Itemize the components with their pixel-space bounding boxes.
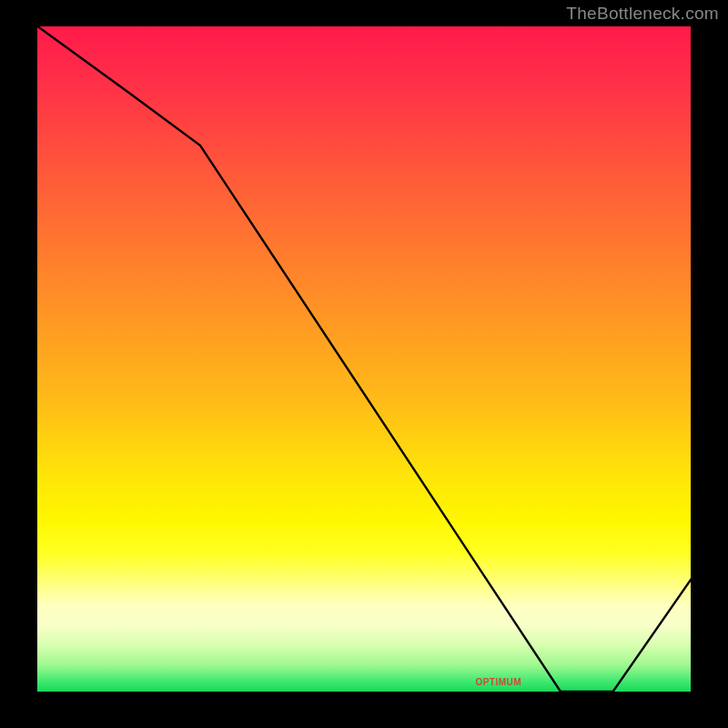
chart-border-top: [36, 25, 692, 26]
chart-border-right: [691, 25, 693, 693]
chart-plot-area: OPTIMUM: [36, 25, 692, 692]
watermark-text: TheBottleneck.com: [566, 4, 719, 24]
chart-curve-svg: [36, 25, 692, 692]
chart-border-bottom: [36, 692, 692, 693]
optimum-marker-label: OPTIMUM: [475, 677, 521, 687]
chart-border-left: [35, 25, 37, 693]
chart-curve-path: [36, 25, 692, 692]
